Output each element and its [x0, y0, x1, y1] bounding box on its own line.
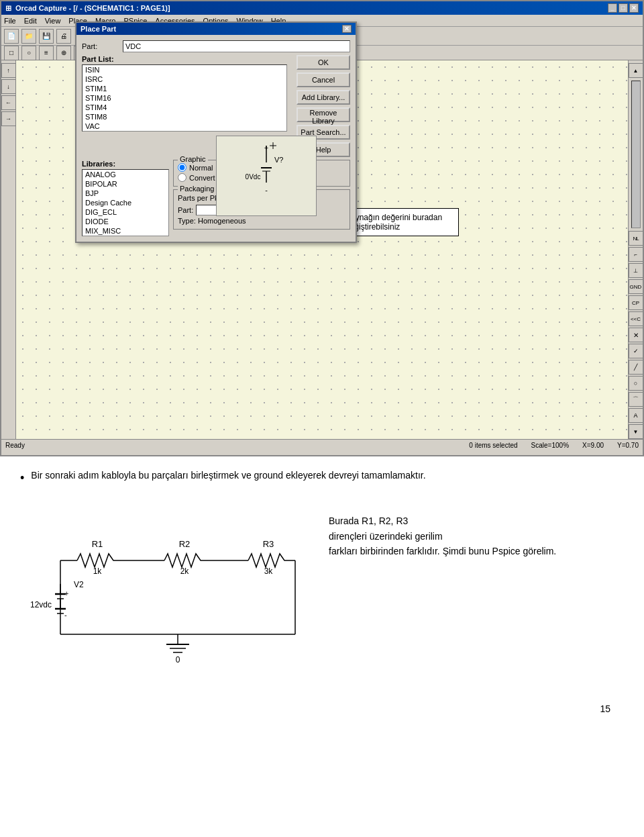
- part-list-label: Part List:: [82, 55, 287, 63]
- dialog-title-text: Place Part: [80, 25, 116, 33]
- lib-analog[interactable]: ANALOG: [83, 170, 168, 179]
- part-name-row: Part:: [82, 40, 350, 52]
- title-bar: ⊞ Orcad Capture - [/ - (SCHEMATIC1 : PAG…: [1, 1, 643, 15]
- rt-btn-gnd[interactable]: GND: [629, 279, 643, 294]
- circuit-section: R1 1k R2 2k R3 3k: [20, 500, 624, 690]
- rt-scroll-down[interactable]: ▼: [629, 424, 643, 439]
- graphic-normal-radio[interactable]: [178, 163, 186, 172]
- status-y: Y=0.70: [617, 442, 639, 449]
- libraries-label: Libraries:: [82, 160, 169, 168]
- part-item-vac[interactable]: VAC: [83, 121, 286, 131]
- part-preview-svg: + 0Vdc V? -: [233, 142, 300, 209]
- menu-view[interactable]: View: [45, 17, 61, 25]
- plus-sign: +: [64, 589, 68, 597]
- lib-bipolar[interactable]: BIPOLAR: [83, 179, 168, 189]
- right-toolbar: ▲ NL ⌐ ⊥ GND CP <<C ✕ ✓ ╱ ○ ⌒ A ▼: [628, 60, 643, 439]
- add-library-button[interactable]: Add Library...: [297, 90, 350, 105]
- status-ready: Ready: [5, 442, 25, 449]
- lib-dig-ecl[interactable]: DIG_ECL: [83, 207, 168, 217]
- new-btn[interactable]: 📄: [4, 29, 19, 44]
- menu-edit[interactable]: Edit: [24, 17, 37, 25]
- graphic-convert-label: Convert: [189, 174, 215, 182]
- part-item-stim16[interactable]: STIM16: [83, 93, 286, 103]
- open-btn[interactable]: 📁: [21, 29, 36, 44]
- lt-btn1[interactable]: ↑: [1, 63, 16, 78]
- callout-text: Kaynağın değerini buradan değiştirebilsi…: [345, 213, 442, 232]
- cancel-button[interactable]: Cancel: [297, 72, 350, 87]
- v2-label: V2: [74, 580, 84, 589]
- lib-diode[interactable]: DIODE: [83, 217, 168, 226]
- status-scale: Scale=100%: [531, 442, 569, 449]
- libraries-section: Libraries: ANALOG BIPOLAR BJP Design Cac…: [82, 160, 169, 236]
- circuit-text-line4: Şimdi bunu Pspice görelim.: [443, 546, 557, 556]
- lib-bjp[interactable]: BJP: [83, 189, 168, 198]
- window-title: Orcad Capture - [/ - (SCHEMATIC1 : PAGE1…: [15, 4, 170, 12]
- ground-label: 0: [176, 655, 180, 664]
- close-btn[interactable]: ✕: [629, 3, 639, 13]
- lib-mix-misc[interactable]: MIX_MISC: [83, 226, 168, 236]
- remove-library-button[interactable]: Remove Library: [297, 107, 350, 122]
- lt-btn2[interactable]: ↓: [1, 79, 16, 94]
- dialog-title-bar: Place Part ✕: [76, 23, 356, 35]
- print-btn[interactable]: 🖨: [56, 29, 71, 44]
- part-item-stim1[interactable]: STIM1: [83, 84, 286, 93]
- lib-design-cache[interactable]: Design Cache: [83, 198, 168, 207]
- lt-btn4[interactable]: →: [1, 111, 16, 126]
- part-item-stim8[interactable]: STIM8: [83, 112, 286, 121]
- graphic-convert-radio[interactable]: [178, 173, 186, 182]
- bottom-content: • Bir sonraki adım kabloyla bu parçaları…: [0, 456, 644, 728]
- page-number: 15: [20, 703, 624, 714]
- tb2-btn4[interactable]: ⊕: [56, 46, 71, 60]
- orcad-screenshot: ⊞ Orcad Capture - [/ - (SCHEMATIC1 : PAG…: [0, 0, 644, 456]
- part-item-isrc[interactable]: ISRC: [83, 75, 286, 84]
- svg-text:-: -: [265, 186, 268, 194]
- save-btn[interactable]: 💾: [39, 29, 54, 44]
- menu-file[interactable]: File: [4, 17, 16, 25]
- lib-opamp[interactable]: OPAMP: [83, 236, 168, 236]
- circuit-diagram: R1 1k R2 2k R3 3k: [20, 500, 309, 690]
- minus-sign: -: [64, 611, 67, 619]
- graphic-normal-label: Normal: [189, 164, 213, 172]
- lt-btn3[interactable]: ←: [1, 95, 16, 110]
- status-x: X=9.00: [582, 442, 604, 449]
- r1-value: 1k: [93, 567, 103, 576]
- maximize-btn[interactable]: □: [619, 3, 628, 13]
- dialog-close-btn[interactable]: ✕: [342, 25, 352, 33]
- left-toolbar: ↑ ↓ ← →: [1, 60, 16, 439]
- type-label: Type: Homogeneous: [178, 217, 246, 225]
- r2-value: 2k: [180, 567, 190, 576]
- svg-text:V?: V?: [274, 156, 283, 164]
- status-bar: Ready 0 items selected Scale=100% X=9.00…: [1, 439, 643, 451]
- rt-btn-nl[interactable]: NL: [629, 231, 643, 246]
- rt-btn-a[interactable]: A: [629, 408, 643, 423]
- rt-btn-check[interactable]: ✓: [629, 344, 643, 358]
- bullet-text-content: Bir sonraki adım kabloyla bu parçaları b…: [31, 470, 425, 481]
- part-item-vdc[interactable]: VDC: [83, 131, 286, 132]
- rt-btn-circle[interactable]: ○: [629, 376, 643, 391]
- rt-btn-1[interactable]: ⌐: [629, 247, 643, 262]
- svg-text:0Vdc: 0Vdc: [246, 173, 261, 181]
- rt-btn-pwr[interactable]: ⊥: [629, 263, 643, 278]
- part-item-stim4[interactable]: STIM4: [83, 103, 286, 112]
- r3-value: 3k: [264, 567, 274, 576]
- rt-btn-cc[interactable]: <<C: [629, 311, 643, 326]
- tb2-btn2[interactable]: ○: [21, 46, 36, 60]
- libraries-listbox[interactable]: ANALOG BIPOLAR BJP Design Cache DIG_ECL …: [82, 169, 169, 236]
- rt-btn-cp[interactable]: CP: [629, 295, 643, 310]
- rt-btn-arc[interactable]: ⌒: [629, 392, 643, 407]
- circuit-text-line1: Burada R1, R2, R3: [329, 515, 408, 526]
- part-item-isin[interactable]: ISIN: [83, 65, 286, 75]
- part-input[interactable]: [123, 40, 350, 52]
- part-listbox[interactable]: ISIN ISRC STIM1 STIM16 STIM4 STIM8 VAC V…: [82, 64, 287, 132]
- title-icon: ⊞: [5, 4, 11, 13]
- circuit-text-line2: dirençleri üzerindeki gerilim: [329, 531, 443, 542]
- rt-btn-slash[interactable]: ╱: [629, 360, 643, 375]
- r3-label: R3: [263, 539, 274, 549]
- rt-btn-x[interactable]: ✕: [629, 328, 643, 342]
- tb2-btn3[interactable]: ≡: [39, 46, 54, 60]
- part-select-label: Part:: [178, 206, 193, 214]
- minimize-btn[interactable]: _: [608, 3, 617, 13]
- ok-button[interactable]: OK: [297, 55, 350, 70]
- rt-scroll-up[interactable]: ▲: [629, 63, 643, 78]
- tb2-btn1[interactable]: □: [4, 46, 19, 60]
